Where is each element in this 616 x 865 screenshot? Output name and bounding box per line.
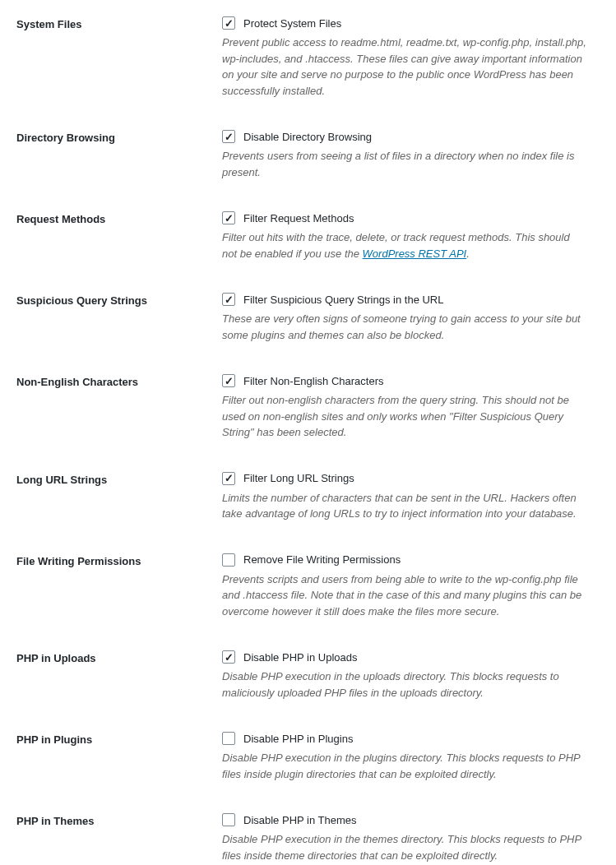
- checkbox-label[interactable]: Protect System Files: [243, 17, 341, 30]
- setting-label: Long URL Strings: [16, 472, 222, 522]
- setting-description: Prevents scripts and users from being ab…: [222, 571, 587, 620]
- setting-content: Disable Directory BrowsingPrevents users…: [222, 130, 600, 180]
- setting-content: Disable PHP in PluginsDisable PHP execut…: [222, 732, 600, 782]
- setting-content: Protect System FilesPrevent public acces…: [222, 16, 600, 99]
- setting-label: PHP in Themes: [16, 813, 222, 863]
- setting-label: Suspicious Query Strings: [16, 293, 222, 343]
- setting-row: File Writing PermissionsRemove File Writ…: [16, 553, 600, 620]
- checkbox-line: Filter Long URL Strings: [222, 472, 587, 485]
- setting-description: Filter out hits with the trace, delete, …: [222, 229, 587, 261]
- settings-form: System FilesProtect System FilesPrevent …: [16, 16, 600, 863]
- setting-label: PHP in Plugins: [16, 732, 222, 782]
- checkbox-line: Filter Suspicious Query Strings in the U…: [222, 293, 587, 306]
- checkbox-line: Remove File Writing Permissions: [222, 553, 587, 567]
- setting-description: These are very often signs of someone tr…: [222, 311, 587, 343]
- setting-row: Long URL StringsFilter Long URL StringsL…: [16, 472, 600, 522]
- setting-description: Filter out non-english characters from t…: [222, 392, 587, 441]
- setting-row: PHP in UploadsDisable PHP in UploadsDisa…: [16, 650, 600, 701]
- checkbox-label[interactable]: Filter Suspicious Query Strings in the U…: [243, 294, 443, 306]
- checkbox[interactable]: [222, 650, 235, 664]
- setting-content: Disable PHP in ThemesDisable PHP executi…: [222, 813, 600, 863]
- setting-label: Directory Browsing: [16, 130, 222, 180]
- setting-description: Disable PHP execution in the uploads dir…: [222, 668, 587, 701]
- setting-label: PHP in Uploads: [16, 650, 222, 701]
- checkbox-label[interactable]: Disable PHP in Uploads: [243, 651, 358, 664]
- setting-content: Filter Suspicious Query Strings in the U…: [222, 293, 600, 343]
- setting-content: Filter Request MethodsFilter out hits wi…: [222, 211, 600, 261]
- setting-label: Request Methods: [16, 211, 222, 261]
- checkbox-line: Filter Non-English Characters: [222, 374, 587, 387]
- checkbox-label[interactable]: Disable PHP in Themes: [243, 814, 357, 826]
- setting-description: Limits the number of characters that can…: [222, 490, 587, 522]
- checkbox[interactable]: [222, 211, 235, 224]
- setting-row: Directory BrowsingDisable Directory Brow…: [16, 130, 600, 180]
- checkbox[interactable]: [222, 293, 235, 306]
- setting-label: File Writing Permissions: [16, 553, 222, 620]
- setting-content: Disable PHP in UploadsDisable PHP execut…: [222, 650, 600, 701]
- checkbox-label[interactable]: Remove File Writing Permissions: [243, 553, 401, 566]
- checkbox-line: Disable PHP in Uploads: [222, 650, 587, 664]
- setting-label: System Files: [16, 16, 222, 99]
- setting-row: Request MethodsFilter Request MethodsFil…: [16, 211, 600, 261]
- checkbox-label[interactable]: Filter Non-English Characters: [243, 375, 384, 387]
- setting-description: Prevents users from seeing a list of fil…: [222, 148, 587, 180]
- checkbox[interactable]: [222, 813, 235, 826]
- setting-description: Disable PHP execution in the themes dire…: [222, 831, 587, 863]
- checkbox-label[interactable]: Disable Directory Browsing: [243, 131, 372, 143]
- checkbox-label[interactable]: Filter Request Methods: [243, 212, 354, 224]
- checkbox-line: Filter Request Methods: [222, 211, 587, 224]
- setting-row: Non-English CharactersFilter Non-English…: [16, 374, 600, 441]
- setting-row: System FilesProtect System FilesPrevent …: [16, 16, 600, 99]
- setting-content: Filter Long URL StringsLimits the number…: [222, 472, 600, 522]
- setting-content: Remove File Writing PermissionsPrevents …: [222, 553, 600, 620]
- checkbox[interactable]: [222, 472, 235, 485]
- checkbox-label[interactable]: Disable PHP in Plugins: [243, 733, 353, 745]
- checkbox-line: Protect System Files: [222, 16, 587, 30]
- checkbox[interactable]: [222, 16, 235, 30]
- checkbox-line: Disable PHP in Plugins: [222, 732, 587, 745]
- checkbox[interactable]: [222, 732, 235, 745]
- setting-row: PHP in ThemesDisable PHP in ThemesDisabl…: [16, 813, 600, 863]
- rest-api-link[interactable]: WordPress REST API: [363, 247, 467, 260]
- checkbox[interactable]: [222, 374, 235, 387]
- checkbox-line: Disable Directory Browsing: [222, 130, 587, 143]
- setting-description: Prevent public access to readme.html, re…: [222, 35, 587, 99]
- checkbox-label[interactable]: Filter Long URL Strings: [243, 472, 354, 484]
- setting-row: PHP in PluginsDisable PHP in PluginsDisa…: [16, 732, 600, 782]
- checkbox[interactable]: [222, 553, 235, 567]
- setting-row: Suspicious Query StringsFilter Suspiciou…: [16, 293, 600, 343]
- setting-description: Disable PHP execution in the plugins dir…: [222, 750, 587, 782]
- description-text: .: [466, 247, 470, 260]
- setting-label: Non-English Characters: [16, 374, 222, 441]
- checkbox[interactable]: [222, 130, 235, 143]
- setting-content: Filter Non-English CharactersFilter out …: [222, 374, 600, 441]
- checkbox-line: Disable PHP in Themes: [222, 813, 587, 826]
